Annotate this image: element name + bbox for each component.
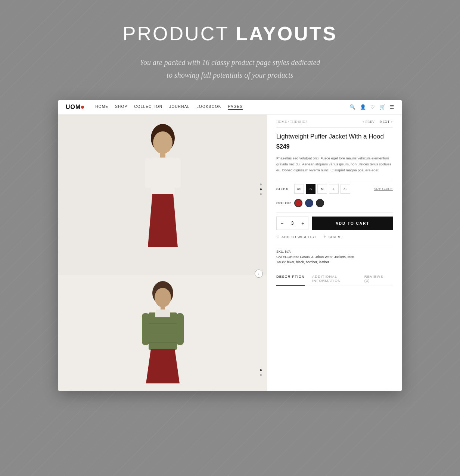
product-details: HOME / THE SHOP < PREV NEXT > Lightweigh… xyxy=(267,115,402,391)
model-figure-1 xyxy=(122,120,204,270)
heart-wishlist-icon: ♡ xyxy=(276,235,280,239)
qty-decrease[interactable]: − xyxy=(277,217,287,230)
nav-journal[interactable]: JOURNAL xyxy=(169,105,190,110)
svg-rect-13 xyxy=(176,313,184,345)
scroll-down-arrow[interactable]: ↓ xyxy=(255,270,263,278)
heart-icon[interactable]: ♡ xyxy=(370,104,375,110)
page-subtitle: You are packed with 16 classy product pa… xyxy=(140,56,320,81)
quantity-control: − 3 + xyxy=(276,217,308,230)
size-m[interactable]: M xyxy=(317,184,327,194)
svg-rect-14 xyxy=(155,312,170,317)
color-options xyxy=(294,199,324,207)
size-xs[interactable]: XS xyxy=(294,184,304,194)
share-button[interactable]: ⇧ SHARE xyxy=(323,235,342,239)
product-price: $249 xyxy=(276,143,393,150)
sku-label: SKU: xyxy=(276,250,284,253)
color-navy[interactable] xyxy=(305,199,313,207)
nav-collection[interactable]: COLLECTION xyxy=(134,105,162,110)
breadcrumb-text: HOME / THE SHOP xyxy=(276,120,308,124)
share-label: SHARE xyxy=(329,235,342,239)
product-main: ↓ xyxy=(58,115,402,391)
categories-row: CATEGORIES: Casual & Urban Wear, Jackets… xyxy=(276,255,393,259)
page-title: PRODUCT LAYOUTS xyxy=(123,22,337,45)
size-guide-link[interactable]: SIZE GUIDE xyxy=(374,187,393,191)
svg-point-1 xyxy=(153,131,172,154)
dot-2[interactable] xyxy=(260,189,262,190)
qty-increase[interactable]: + xyxy=(298,217,308,230)
divider-3 xyxy=(276,212,393,213)
categories-value: Casual & Urban Wear, Jackets, Men xyxy=(300,255,354,259)
svg-rect-12 xyxy=(142,313,149,345)
nav-shop[interactable]: SHOP xyxy=(115,105,127,110)
product-card: UOM HOME SHOP COLLECTION JOURNAL LOOKBOO… xyxy=(58,100,402,391)
image-dots xyxy=(260,184,262,195)
breadcrumb-nav: < PREV NEXT > xyxy=(362,120,393,124)
logo-text: UOM xyxy=(66,104,81,111)
dot-4[interactable] xyxy=(260,369,262,371)
logo-dot-icon xyxy=(81,106,84,109)
dot-1[interactable] xyxy=(260,184,262,186)
product-images: ↓ xyxy=(58,115,267,391)
dot-3[interactable] xyxy=(260,193,262,195)
tags-value: biker, black, bomber, leather xyxy=(287,260,329,264)
tab-reviews[interactable]: REVIEWS (3) xyxy=(364,271,385,286)
model-figure-2 xyxy=(122,279,204,387)
cart-icon[interactable]: 🛒 xyxy=(379,104,385,110)
nav-lookbook[interactable]: LOOKBOOK xyxy=(196,105,221,110)
svg-rect-11 xyxy=(149,312,177,350)
color-section: COLOR xyxy=(276,199,393,207)
tab-additional-info[interactable]: ADDITIONAL INFORMATION xyxy=(312,271,357,286)
quantity-value: 3 xyxy=(287,221,298,226)
categories-label: CATEGORIES: xyxy=(276,255,299,259)
product-title: Lightweight Puffer Jacket With a Hood xyxy=(276,132,393,141)
store-nav: HOME SHOP COLLECTION JOURNAL LOOKBOOK PA… xyxy=(95,105,349,110)
svg-rect-5 xyxy=(174,158,181,188)
divider-4 xyxy=(276,246,393,246)
product-image-bottom xyxy=(58,275,267,391)
next-button[interactable]: NEXT > xyxy=(380,120,393,124)
product-image-top xyxy=(58,115,267,275)
menu-icon[interactable]: ☰ xyxy=(390,104,394,110)
size-s[interactable]: S xyxy=(306,184,316,194)
add-to-cart-button[interactable]: ADD TO CART xyxy=(312,217,393,230)
tags-row: TAGS: biker, black, bomber, leather xyxy=(276,260,393,264)
svg-rect-3 xyxy=(151,158,175,195)
user-icon[interactable]: 👤 xyxy=(360,104,366,110)
prev-button[interactable]: < PREV xyxy=(362,120,374,124)
search-icon[interactable]: 🔍 xyxy=(349,104,355,110)
meta-section: SKU: N/A CATEGORIES: Casual & Urban Wear… xyxy=(276,250,393,264)
color-red[interactable] xyxy=(294,199,302,207)
tab-description[interactable]: DESCRIPTION xyxy=(276,271,305,286)
sku-row: SKU: N/A xyxy=(276,250,393,253)
store-header: UOM HOME SHOP COLLECTION JOURNAL LOOKBOO… xyxy=(58,100,402,115)
svg-marker-6 xyxy=(148,194,178,247)
color-label: COLOR xyxy=(276,201,294,205)
title-normal: PRODUCT xyxy=(123,23,236,44)
store-icons: 🔍 👤 ♡ 🛒 ☰ xyxy=(349,104,394,110)
size-xl[interactable]: XL xyxy=(341,184,350,194)
sizes-label: SIZES xyxy=(276,187,294,191)
nav-home[interactable]: HOME xyxy=(95,105,108,110)
bottom-dots xyxy=(260,369,262,376)
share-icon: ⇧ xyxy=(323,235,327,239)
color-black[interactable] xyxy=(316,199,324,207)
store-logo: UOM xyxy=(66,104,84,111)
tags-label: TAGS: xyxy=(276,260,286,264)
svg-rect-4 xyxy=(145,158,152,188)
nav-pages[interactable]: PAGES xyxy=(228,105,243,110)
size-options: XS S M L XL xyxy=(294,184,374,194)
wishlist-label: ADD TO WISHLIST xyxy=(282,235,317,239)
sku-value: N/A xyxy=(285,250,291,253)
product-description: Phasellus sed volutpat orci. Fusce eget … xyxy=(276,155,393,173)
svg-marker-18 xyxy=(146,349,180,383)
wishlist-share-row: ♡ ADD TO WISHLIST ⇧ SHARE xyxy=(276,235,393,239)
size-l[interactable]: L xyxy=(329,184,339,194)
breadcrumb: HOME / THE SHOP < PREV NEXT > xyxy=(276,120,393,124)
page-wrapper: PRODUCT LAYOUTS You are packed with 16 c… xyxy=(0,0,460,476)
product-tabs: DESCRIPTION ADDITIONAL INFORMATION REVIE… xyxy=(276,271,393,286)
wishlist-button[interactable]: ♡ ADD TO WISHLIST xyxy=(276,235,317,239)
divider-1 xyxy=(276,127,393,128)
title-bold: LAYOUTS xyxy=(236,23,337,44)
svg-point-8 xyxy=(155,288,171,307)
dot-5[interactable] xyxy=(260,374,262,376)
